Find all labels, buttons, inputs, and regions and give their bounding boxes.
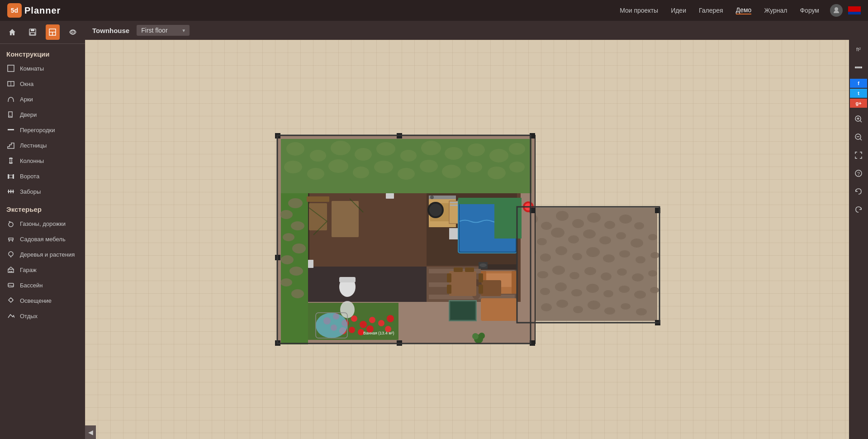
project-title: Townhouse xyxy=(90,27,129,34)
canvas-area[interactable]: Ванная (13.4 м²) Кухня (9.1 м²) xyxy=(85,40,849,439)
sidebar-item-gates[interactable]: Ворота xyxy=(0,168,85,184)
twitter-btn[interactable]: t xyxy=(850,89,867,98)
sidebar-item-lawns[interactable]: Газоны, дорожки xyxy=(0,216,85,231)
svg-point-50 xyxy=(551,228,564,238)
sidebar-item-doors[interactable]: Двери xyxy=(0,107,85,122)
preview-btn[interactable] xyxy=(66,24,80,40)
svg-point-32 xyxy=(11,271,13,272)
nav-gallery[interactable]: Галерея xyxy=(699,7,723,14)
svg-line-223 xyxy=(860,120,862,122)
right-panel: 3D ft² f t g+ ? xyxy=(849,21,868,439)
svg-rect-211 xyxy=(332,201,359,237)
svg-point-135 xyxy=(349,327,355,333)
svg-point-112 xyxy=(398,168,415,180)
svg-point-28 xyxy=(9,252,13,256)
zoom-out-btn[interactable] xyxy=(850,129,867,146)
svg-rect-2 xyxy=(31,29,34,31)
save-btn[interactable] xyxy=(26,24,40,40)
arch-icon xyxy=(6,95,15,104)
googleplus-btn[interactable]: g+ xyxy=(850,99,867,108)
svg-rect-186 xyxy=(447,285,451,294)
svg-point-97 xyxy=(310,150,326,162)
sidebar-item-columns[interactable]: Колонны xyxy=(0,153,85,168)
svg-point-195 xyxy=(479,333,485,339)
sidebar-item-windows[interactable]: Окна xyxy=(0,76,85,91)
svg-rect-12 xyxy=(9,112,12,117)
svg-point-105 xyxy=(489,149,508,162)
btn-ft[interactable]: ft² xyxy=(850,41,867,58)
svg-rect-157 xyxy=(339,277,356,282)
zoom-in-btn[interactable] xyxy=(850,110,867,128)
ruler-icon[interactable] xyxy=(850,59,867,76)
svg-point-194 xyxy=(472,333,479,339)
sidebar-item-plants[interactable]: Деревья и растения xyxy=(0,247,85,262)
collapse-sidebar-btn[interactable]: ◀ xyxy=(85,425,96,439)
facebook-btn[interactable]: f xyxy=(850,79,867,88)
svg-rect-25 xyxy=(9,238,13,240)
nav-ideas[interactable]: Идеи xyxy=(671,7,686,14)
svg-point-108 xyxy=(307,168,324,180)
sidebar-item-stairs[interactable]: Лестницы xyxy=(0,138,85,153)
sidebar-item-garage[interactable]: Гараж xyxy=(0,262,85,277)
floor-selector[interactable]: First floor Second floor xyxy=(137,25,190,36)
constructions-title: Конструкции xyxy=(0,44,85,61)
svg-point-86 xyxy=(556,300,568,308)
window-icon xyxy=(6,79,15,88)
svg-point-52 xyxy=(583,229,596,239)
svg-rect-213 xyxy=(308,260,313,268)
home-btn[interactable] xyxy=(5,24,19,40)
svg-point-71 xyxy=(601,272,612,281)
svg-point-139 xyxy=(387,315,394,322)
svg-point-119 xyxy=(280,210,293,219)
language-flag[interactable] xyxy=(848,6,861,14)
redo-btn[interactable] xyxy=(850,201,867,218)
nav-journal[interactable]: Журнал xyxy=(764,7,787,14)
svg-point-123 xyxy=(281,255,294,264)
help-btn[interactable]: ? xyxy=(850,165,867,182)
sidebar-item-arches[interactable]: Арки xyxy=(0,91,85,107)
nav-my-projects[interactable]: Мои проекты xyxy=(620,7,658,14)
sidebar-item-pool[interactable]: Бассейн xyxy=(0,277,85,293)
svg-point-113 xyxy=(420,160,438,172)
svg-point-91 xyxy=(636,308,647,315)
svg-rect-179 xyxy=(481,298,517,321)
undo-btn[interactable] xyxy=(850,183,867,200)
garden-furniture-icon xyxy=(6,234,15,243)
top-navigation: 5d Planner Мои проекты Идеи Галерея Демо… xyxy=(0,0,868,21)
logo-icon[interactable]: 5d xyxy=(7,3,22,18)
svg-point-111 xyxy=(374,161,393,173)
room-icon xyxy=(6,64,15,73)
floor-plan: Ванная (13.4 м²) Кухня (9.1 м²) xyxy=(273,131,662,348)
svg-point-44 xyxy=(587,213,601,223)
svg-point-126 xyxy=(291,289,304,298)
sidebar-item-rooms[interactable]: Комнаты xyxy=(0,61,85,76)
sidebar-item-rest[interactable]: Отдых xyxy=(0,308,85,324)
svg-point-138 xyxy=(378,320,384,326)
svg-point-77 xyxy=(555,282,567,291)
nav-forum[interactable]: Форум xyxy=(800,7,819,14)
svg-point-145 xyxy=(430,196,434,199)
floor-plan-btn[interactable] xyxy=(46,24,60,40)
sidebar-item-garden-furniture[interactable]: Садовая мебель xyxy=(0,231,85,247)
svg-line-26 xyxy=(9,240,9,242)
svg-rect-184 xyxy=(449,271,476,296)
nav-demo[interactable]: Демо xyxy=(736,6,752,14)
svg-line-226 xyxy=(860,138,862,140)
svg-point-69 xyxy=(569,272,579,279)
svg-point-47 xyxy=(634,222,644,229)
sidebar-item-fences[interactable]: Заборы xyxy=(0,184,85,199)
svg-point-131 xyxy=(360,321,367,328)
svg-rect-16 xyxy=(9,162,13,163)
svg-rect-3 xyxy=(30,33,35,35)
door-icon xyxy=(6,110,15,119)
sidebar-item-lighting[interactable]: Освещение xyxy=(0,293,85,308)
fullscreen-btn[interactable] xyxy=(850,147,867,164)
user-avatar[interactable] xyxy=(830,4,843,17)
svg-point-54 xyxy=(616,232,626,239)
svg-rect-192 xyxy=(451,302,475,320)
garage-icon xyxy=(6,265,15,274)
svg-point-56 xyxy=(648,234,657,240)
sidebar-item-partitions[interactable]: Перегородки xyxy=(0,122,85,138)
svg-rect-185 xyxy=(447,273,451,282)
svg-point-68 xyxy=(552,266,565,275)
